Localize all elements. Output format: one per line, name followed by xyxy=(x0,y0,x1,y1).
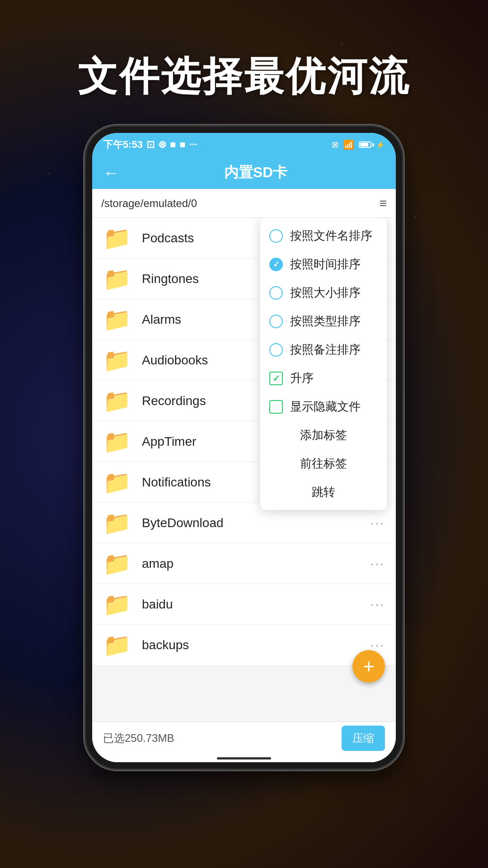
ascending-checkbox xyxy=(269,372,283,385)
list-item[interactable]: 📁 backups ··· xyxy=(92,625,396,665)
folder-icon: 📁 xyxy=(103,632,131,658)
sort-by-size-option[interactable]: 按照大小排序 xyxy=(260,278,387,307)
back-button[interactable]: ← xyxy=(103,163,119,182)
file-list: 📁 Podcasts ··· 📁 Ringtones ··· 📁 Alarms … xyxy=(92,218,396,722)
sort-note-label: 按照备注排序 xyxy=(290,342,361,358)
folder-icon: 📁 xyxy=(103,307,131,333)
status-icon-2: ⊛ xyxy=(158,139,166,151)
wifi-icon: 📶 xyxy=(343,139,354,150)
file-name: amap xyxy=(142,557,371,571)
status-icon-1: ⊡ xyxy=(146,139,155,151)
ascending-label: 升序 xyxy=(290,370,314,386)
file-name: ByteDownload xyxy=(142,516,371,530)
sort-name-radio xyxy=(269,229,283,243)
list-item[interactable]: 📁 amap ··· xyxy=(92,543,396,584)
ascending-option[interactable]: 升序 xyxy=(260,364,387,392)
compress-button[interactable]: 压缩 xyxy=(342,726,385,751)
jump-label: 跳转 xyxy=(312,485,335,499)
status-time: 下午5:53 xyxy=(103,138,143,151)
sort-size-radio xyxy=(269,286,283,300)
file-name: baidu xyxy=(142,597,371,612)
show-hidden-checkbox xyxy=(269,400,283,414)
status-icon-5: ··· xyxy=(189,139,197,151)
phone-frame: 下午5:53 ⊡ ⊛ ■ ■ ··· ⊠ 📶 ⚡ ← xyxy=(86,127,402,769)
add-tag-label: 添加标签 xyxy=(300,428,347,442)
folder-icon: 📁 xyxy=(103,551,131,577)
dropdown-menu: 按照文件名排序 按照时间排序 按照大小排序 按照类型排序 按照备注排序 xyxy=(260,218,387,510)
app-header: ← 内置SD卡 xyxy=(92,156,396,189)
selected-info: 已选250.73MB xyxy=(103,731,174,745)
sort-note-radio xyxy=(269,343,283,357)
home-indicator-bar xyxy=(217,757,271,760)
sort-type-label: 按照类型排序 xyxy=(290,313,361,329)
sort-size-label: 按照大小排序 xyxy=(290,285,361,301)
sort-name-label: 按照文件名排序 xyxy=(290,228,372,244)
path-text: /storage/emulated/0 xyxy=(101,197,380,210)
sort-by-note-option[interactable]: 按照备注排序 xyxy=(260,335,387,364)
show-hidden-label: 显示隐藏文件 xyxy=(290,399,361,415)
folder-icon: 📁 xyxy=(103,347,131,373)
sort-time-radio xyxy=(269,258,283,271)
file-dots[interactable]: ··· xyxy=(371,597,385,612)
status-icon-4: ■ xyxy=(179,139,185,151)
add-tag-option[interactable]: 添加标签 xyxy=(260,421,387,449)
fab-add-button[interactable]: + xyxy=(352,650,385,683)
status-right: ⊠ 📶 ⚡ xyxy=(332,139,385,150)
sort-by-time-option[interactable]: 按照时间排序 xyxy=(260,250,387,278)
sort-by-type-option[interactable]: 按照类型排序 xyxy=(260,307,387,335)
folder-icon: 📁 xyxy=(103,266,131,292)
headline: 文件选择最优河流 xyxy=(0,50,488,104)
bottom-bar: 已选250.73MB 压缩 xyxy=(92,722,396,754)
sort-time-label: 按照时间排序 xyxy=(290,256,361,272)
sort-by-name-option[interactable]: 按照文件名排序 xyxy=(260,222,387,250)
folder-icon: 📁 xyxy=(103,469,131,495)
status-left: 下午5:53 ⊡ ⊛ ■ ■ ··· xyxy=(103,138,197,151)
path-bar: /storage/emulated/0 ≡ xyxy=(92,189,396,218)
jump-option[interactable]: 跳转 xyxy=(260,478,387,506)
list-icon[interactable]: ≡ xyxy=(380,196,387,211)
list-item[interactable]: 📁 baidu ··· xyxy=(92,584,396,625)
file-dots[interactable]: ··· xyxy=(371,638,385,652)
status-bar: 下午5:53 ⊡ ⊛ ■ ■ ··· ⊠ 📶 ⚡ xyxy=(92,133,396,156)
folder-icon: 📁 xyxy=(103,510,131,536)
home-indicator xyxy=(92,754,396,762)
phone-screen: 下午5:53 ⊡ ⊛ ■ ■ ··· ⊠ 📶 ⚡ ← xyxy=(92,133,396,762)
folder-icon: 📁 xyxy=(103,591,131,618)
show-hidden-option[interactable]: 显示隐藏文件 xyxy=(260,392,387,421)
goto-tag-option[interactable]: 前往标签 xyxy=(260,449,387,478)
screenshot-icon: ⊠ xyxy=(332,140,338,150)
folder-icon: 📁 xyxy=(103,225,131,251)
file-name: backups xyxy=(142,638,371,652)
file-dots[interactable]: ··· xyxy=(371,516,385,530)
folder-icon: 📁 xyxy=(103,429,131,455)
file-dots[interactable]: ··· xyxy=(371,557,385,571)
header-title: 内置SD卡 xyxy=(127,163,385,183)
folder-icon: 📁 xyxy=(103,388,131,414)
goto-tag-label: 前往标签 xyxy=(300,457,347,470)
sort-type-radio xyxy=(269,315,283,328)
battery-icon: ⚡ xyxy=(359,141,385,149)
status-icon-3: ■ xyxy=(170,139,176,151)
